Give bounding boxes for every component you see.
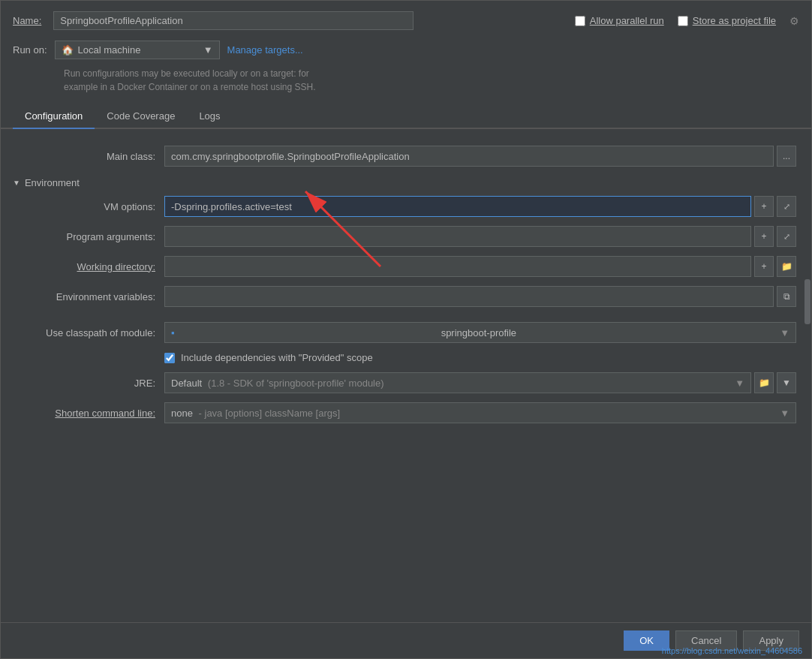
program-args-expand-button[interactable]: ⤢ [777, 226, 796, 247]
jre-field: Default (1.8 - SDK of 'springboot-profil… [164, 372, 796, 393]
jre-row: JRE: Default (1.8 - SDK of 'springboot-p… [13, 368, 796, 398]
working-dir-input[interactable] [164, 256, 751, 277]
vm-options-field: + ⤢ [164, 196, 796, 217]
program-args-add-button[interactable]: + [754, 226, 774, 247]
vm-options-input[interactable] [164, 196, 751, 217]
shorten-dropdown[interactable]: none - java [options] className [args] ▼ [164, 402, 796, 423]
jre-dropdown2-button[interactable]: ▼ [777, 372, 796, 393]
program-args-field: + ⤢ [164, 226, 796, 247]
program-args-input[interactable] [164, 226, 751, 247]
vm-options-expand-button[interactable]: ⤢ [777, 196, 796, 217]
env-vars-copy-button[interactable]: ⧉ [777, 286, 796, 307]
working-dir-label: Working directory: [13, 261, 155, 272]
working-dir-field: + 📁 [164, 256, 796, 277]
working-dir-folder-button[interactable]: 📁 [777, 256, 796, 277]
tab-logs[interactable]: Logs [187, 104, 232, 129]
include-deps-row: Include dependencies with "Provided" sco… [13, 348, 796, 368]
shorten-row: Shorten command line: none - java [optio… [13, 398, 796, 428]
header-row: Name: Allow parallel run Store as projec… [1, 1, 811, 38]
jre-label: JRE: [13, 378, 155, 389]
env-vars-field: ⧉ [164, 286, 796, 307]
env-vars-input[interactable] [164, 286, 774, 307]
home-icon: 🏠 [62, 44, 74, 56]
classpath-arrow-icon: ▼ [780, 327, 789, 339]
jre-arrow-icon: ▼ [735, 378, 744, 389]
env-vars-label: Environment variables: [13, 291, 155, 302]
jre-dropdown[interactable]: Default (1.8 - SDK of 'springboot-profil… [164, 372, 751, 393]
shorten-value: none - java [options] className [args] [171, 408, 340, 419]
module-icon: ▪ [171, 327, 175, 339]
collapse-icon[interactable]: ▼ [13, 179, 20, 187]
run-config-dialog: Name: Allow parallel run Store as projec… [0, 0, 812, 659]
store-project-checkbox[interactable] [678, 16, 688, 26]
working-dir-row: Working directory: + 📁 [13, 251, 796, 281]
main-class-input[interactable] [164, 146, 774, 167]
main-class-browse-button[interactable]: ... [777, 146, 796, 167]
content-area: Main class: ... ▼ Environment VM options… [1, 129, 811, 622]
program-args-label: Program arguments: [13, 231, 155, 242]
classpath-label: Use classpath of module: [13, 327, 155, 339]
main-class-row: Main class: ... [13, 141, 796, 171]
footer-link: https://blog.csdn.net/weixin_44604586 [662, 646, 802, 655]
run-on-dropdown[interactable]: 🏠 Local machine ▼ [55, 41, 220, 59]
scrollbar-thumb[interactable] [804, 279, 810, 324]
classpath-value: springboot-profile [441, 327, 516, 339]
header-right: Allow parallel run Store as project file… [575, 15, 799, 27]
working-dir-add-button[interactable]: + [754, 256, 774, 277]
run-on-label: Run on: [13, 44, 47, 56]
tab-code-coverage[interactable]: Code Coverage [95, 104, 187, 129]
run-on-row: Run on: 🏠 Local machine ▼ Manage targets… [1, 38, 811, 62]
environment-label: Environment [25, 177, 80, 188]
main-class-field: ... [164, 146, 796, 167]
store-project-label[interactable]: Store as project file [678, 15, 776, 26]
shorten-label: Shorten command line: [13, 408, 155, 419]
include-deps-label: Include dependencies with "Provided" sco… [181, 352, 373, 363]
hint-text: Run configurations may be executed local… [1, 62, 811, 98]
allow-parallel-label[interactable]: Allow parallel run [575, 15, 664, 26]
vm-options-add-button[interactable]: + [754, 196, 774, 217]
environment-section: ▼ Environment [13, 171, 796, 191]
tabs-row: Configuration Code Coverage Logs [1, 104, 811, 129]
shorten-field: none - java [options] className [args] ▼ [164, 402, 796, 423]
program-args-row: Program arguments: + ⤢ [13, 221, 796, 251]
include-deps-checkbox[interactable] [164, 353, 175, 363]
name-label: Name: [13, 15, 41, 26]
vm-options-row: VM options: + ⤢ [13, 191, 796, 221]
machine-label: Local machine [78, 44, 141, 56]
tab-configuration[interactable]: Configuration [13, 104, 95, 129]
footer: OK Cancel Apply https://blog.csdn.net/we… [1, 622, 811, 658]
jre-value: Default (1.8 - SDK of 'springboot-profil… [171, 378, 384, 389]
vm-options-label: VM options: [13, 201, 155, 212]
dropdown-arrow-icon: ▼ [203, 44, 213, 56]
manage-targets-link[interactable]: Manage targets... [227, 44, 303, 56]
main-class-label: Main class: [13, 151, 155, 162]
settings-icon[interactable]: ⚙ [789, 15, 799, 27]
name-input[interactable] [53, 11, 414, 30]
classpath-dropdown[interactable]: ▪ springboot-profile ▼ [164, 322, 796, 343]
jre-folder-button[interactable]: 📁 [754, 372, 774, 393]
classpath-row: Use classpath of module: ▪ springboot-pr… [13, 317, 796, 348]
scrollbar[interactable] [804, 129, 811, 622]
allow-parallel-checkbox[interactable] [575, 16, 585, 26]
classpath-field: ▪ springboot-profile ▼ [164, 322, 796, 343]
env-vars-row: Environment variables: ⧉ [13, 281, 796, 311]
shorten-arrow-icon: ▼ [780, 408, 789, 419]
